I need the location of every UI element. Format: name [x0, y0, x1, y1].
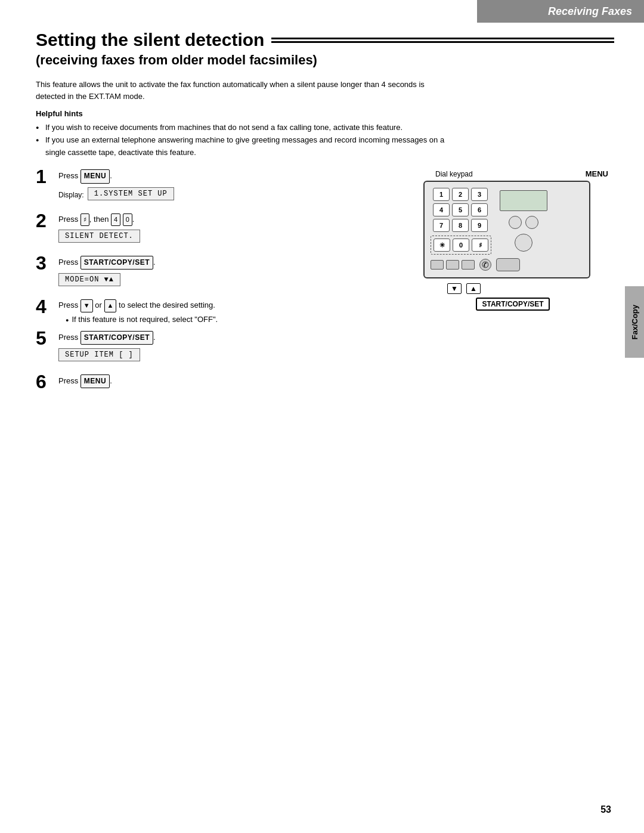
key-2: 2: [452, 188, 469, 201]
key-hash-pad: ♯: [472, 239, 488, 252]
page-number: 53: [600, 804, 611, 815]
page-title-text: Setting the silent detection: [36, 30, 264, 50]
step-2-number: 2: [36, 211, 52, 230]
nav-circles-row: [509, 216, 538, 229]
key-6-pad: 6: [471, 203, 488, 216]
header-title: Receiving Faxes: [548, 5, 632, 18]
display-value-2: SILENT DETECT.: [58, 230, 140, 243]
arrow-up-indicator: ▲: [466, 283, 481, 294]
key-0-pad: 0: [453, 239, 469, 252]
menu-diagram-label: MENU: [586, 169, 608, 178]
side-tab-text: Fax/Copy: [630, 305, 639, 340]
key-9-pad: 9: [471, 219, 488, 232]
step-6-text: Press MENU.: [58, 374, 405, 388]
arrow-down-key-4: ▼: [80, 299, 93, 312]
fax-display-screen: [500, 190, 547, 211]
step-3-text: Press START/COPY/SET.: [58, 256, 405, 270]
description-text: This feature allows the unit to activate…: [36, 79, 453, 102]
start-copy-set-diagram-label: START/COPY/SET: [476, 298, 549, 311]
arrow-down-indicator: ▼: [447, 283, 462, 294]
step-4-number: 4: [36, 297, 52, 316]
key-8-pad: 8: [452, 219, 469, 232]
step-6: 6 Press MENU.: [36, 374, 405, 391]
arrow-up-key-4: ▲: [104, 299, 117, 312]
hash-key: ♯: [80, 213, 89, 227]
function-btns: [431, 260, 475, 270]
step-1-display-row: Display: 1.SYSTEM SET UP: [58, 186, 405, 204]
key-7-pad: 7: [433, 219, 450, 232]
hint-item-2: If you use an external telephone answeri…: [36, 134, 453, 159]
helpful-hints-title: Helpful hints: [36, 109, 614, 118]
step-6-content: Press MENU.: [58, 374, 405, 391]
step-3-display-row: MODE=ON ▼▲: [58, 272, 405, 290]
large-nav-circle: [515, 234, 532, 252]
key-3: 3: [471, 188, 488, 201]
side-tab: Fax/Copy: [625, 286, 644, 358]
key-5-pad: 5: [452, 203, 469, 216]
step-5-display-row: SETUP ITEM [ ]: [58, 347, 405, 365]
step-3-number: 3: [36, 253, 52, 272]
step-4-sub-text: If this feature is not required, select …: [72, 315, 218, 324]
step-1-text: Press MENU.: [58, 169, 405, 183]
header-bar: Receiving Faxes: [477, 0, 644, 23]
step-2-display-row: SILENT DETECT.: [58, 228, 405, 246]
func-btn-3: [462, 260, 475, 270]
start-copy-set-key-3: START/COPY/SET: [80, 256, 153, 270]
key-4-pad: 4: [433, 203, 450, 216]
step-1-number: 1: [36, 167, 52, 186]
handset-icon: ✆: [479, 259, 491, 271]
title-line-1: [271, 38, 614, 39]
step-6-number: 6: [36, 372, 52, 391]
special-keys-row: ✳ 0 ♯: [431, 236, 491, 255]
step-1-content: Press MENU. Display: 1.SYSTEM SET UP: [58, 169, 405, 206]
step-2-text: Press ♯, then 4 0.: [58, 213, 405, 227]
display-value-1: 1.SYSTEM SET UP: [88, 187, 174, 200]
display-value-5: SETUP ITEM [ ]: [58, 348, 140, 361]
func-btn-2: [446, 260, 459, 270]
device-labels-top: Dial keypad MENU: [423, 169, 614, 178]
steps-right: Dial keypad MENU 1 2 3 4 5 6: [423, 169, 614, 398]
key-star: ✳: [434, 239, 450, 252]
keypad-grid: 1 2 3 4 5 6 7 8 9: [431, 188, 491, 232]
fax-panels: 1 2 3 4 5 6 7 8 9: [431, 188, 583, 255]
menu-key-1: MENU: [80, 169, 110, 183]
right-panel: [500, 190, 547, 255]
steps-left: 1 Press MENU. Display: 1.SYSTEM SET UP 2: [36, 169, 405, 398]
page-title-row: Setting the silent detection: [36, 30, 614, 50]
step-3: 3 Press START/COPY/SET. MODE=ON ▼▲: [36, 256, 405, 292]
fax-lower: ✆: [431, 258, 583, 271]
step-3-content: Press START/COPY/SET. MODE=ON ▼▲: [58, 256, 405, 292]
key-4: 4: [111, 213, 120, 227]
hint-item-1: If you wish to receive documents from ma…: [36, 122, 453, 134]
keypad-area: 1 2 3 4 5 6 7 8 9: [431, 188, 491, 255]
arrow-row: ▼ ▲: [423, 283, 614, 294]
title-decoration: [271, 38, 614, 43]
helpful-hints-list: If you wish to receive documents from ma…: [36, 122, 453, 159]
main-content: Setting the silent detection (receiving …: [36, 30, 614, 398]
large-btn: [496, 258, 520, 271]
display-label-1: Display:: [58, 191, 84, 199]
step-5: 5 Press START/COPY/SET. SETUP ITEM [ ]: [36, 331, 405, 367]
step-4: 4 Press ▼ or ▲ to select the desired set…: [36, 299, 405, 324]
step-4-content: Press ▼ or ▲ to select the desired setti…: [58, 299, 405, 324]
menu-key-6: MENU: [80, 374, 110, 388]
fax-machine-body: 1 2 3 4 5 6 7 8 9: [423, 181, 590, 278]
step-4-text: Press ▼ or ▲ to select the desired setti…: [58, 299, 405, 312]
step-2-content: Press ♯, then 4 0. SILENT DETECT.: [58, 213, 405, 249]
key-0: 0: [123, 213, 132, 227]
special-keys-inner: ✳ 0 ♯: [434, 239, 488, 252]
nav-circle-2: [525, 216, 538, 229]
step-1: 1 Press MENU. Display: 1.SYSTEM SET UP: [36, 169, 405, 206]
start-copy-set-key-5: START/COPY/SET: [80, 331, 153, 345]
nav-circle-1: [509, 216, 522, 229]
step-5-text: Press START/COPY/SET.: [58, 331, 405, 345]
step-4-sub-bullet: If this feature is not required, select …: [58, 315, 405, 324]
step-5-content: Press START/COPY/SET. SETUP ITEM [ ]: [58, 331, 405, 367]
page-subtitle: (receiving faxes from older model facsim…: [36, 52, 614, 68]
step-5-number: 5: [36, 329, 52, 348]
start-copy-set-area: START/COPY/SET: [423, 298, 614, 311]
dial-keypad-label: Dial keypad: [435, 170, 473, 178]
step-2: 2 Press ♯, then 4 0. SILENT DETECT.: [36, 213, 405, 249]
steps-area: 1 Press MENU. Display: 1.SYSTEM SET UP 2: [36, 169, 614, 398]
title-line-2: [271, 41, 614, 43]
